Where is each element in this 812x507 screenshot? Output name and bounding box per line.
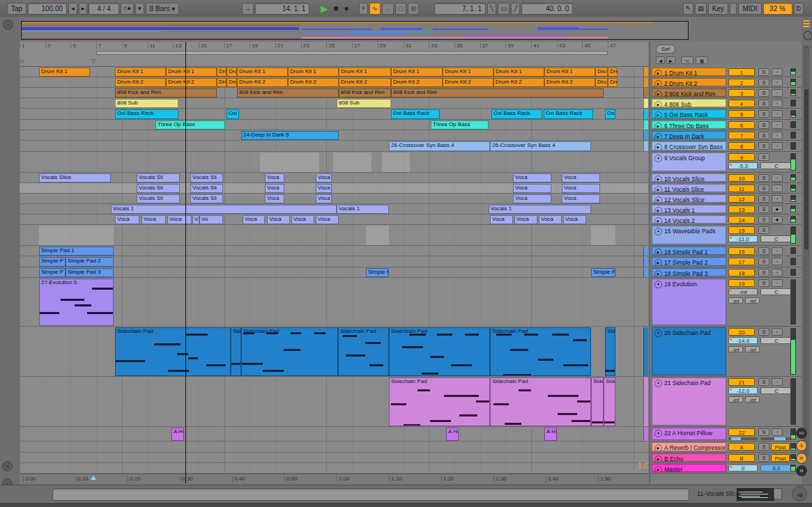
clip[interactable]: Voca — [316, 184, 332, 193]
clip[interactable]: Simple Pa — [366, 268, 389, 277]
tempo-field[interactable]: 100.00 — [28, 3, 67, 15]
clip-ghost[interactable] — [382, 153, 410, 172]
track-number-box[interactable]: 9 — [728, 153, 755, 161]
set-button[interactable]: Set — [656, 45, 675, 54]
clip[interactable]: Drum Kit 2 — [443, 78, 493, 87]
volume-box[interactable]: -11.0 — [728, 235, 758, 242]
next-marker-button[interactable]: ▶ — [666, 56, 675, 64]
pre-post-toggle[interactable]: Post — [771, 443, 790, 451]
lane-B[interactable] — [20, 453, 648, 463]
track-play-icon[interactable]: ▶ — [654, 80, 662, 86]
solo-button[interactable]: S — [758, 216, 769, 224]
track-header-17[interactable]: ▶17 Simple Pad 217S◦ — [650, 256, 802, 267]
clip[interactable]: Drum Kit 2 — [115, 78, 166, 87]
track-name-cell[interactable]: ▶18 Simple Pad 3 — [652, 268, 726, 276]
stop-button[interactable]: ■ — [330, 3, 341, 13]
arm-button[interactable]: ◦ — [772, 195, 783, 203]
fold-arrow-icon[interactable]: ▼ — [654, 281, 662, 288]
track-name-cell[interactable]: ▶14 Vocals 2 — [652, 215, 726, 224]
pan-box[interactable]: C — [760, 337, 792, 344]
fold-arrow-icon[interactable]: ▼ — [654, 430, 662, 437]
arrangement-position-field[interactable]: 14. 1. 1 — [255, 3, 309, 15]
track-play-icon[interactable]: ▶ — [654, 196, 662, 203]
close-overview-button[interactable]: ◃ — [3, 20, 13, 30]
lane-16[interactable] — [20, 246, 648, 256]
track-header-11[interactable]: ▶11 Vocals Slice11S◦ — [650, 183, 802, 194]
track-number-box[interactable]: 6 — [728, 121, 755, 129]
fold-arrow-icon[interactable]: ▼ — [654, 329, 662, 337]
arm-button[interactable]: ◦ — [772, 269, 783, 276]
crossfade-slider-b[interactable] — [760, 437, 792, 440]
solo-button[interactable]: S — [758, 195, 769, 203]
clip[interactable]: Drum Kit 2 — [237, 78, 288, 87]
track-header-0[interactable]: ▶Master06.0 — [650, 463, 802, 474]
track-name-cell[interactable]: ▶16 Simple Pad 1 — [652, 247, 726, 255]
lane-11[interactable] — [20, 183, 648, 194]
clip[interactable]: A Ho — [446, 428, 459, 441]
track-number-box[interactable]: 21 — [728, 378, 755, 386]
track-play-icon[interactable]: ▶ — [654, 111, 662, 118]
solo-button[interactable]: S — [758, 185, 769, 192]
track-play-icon[interactable]: ▶ — [654, 91, 662, 97]
fold-arrow-icon[interactable]: ▼ — [654, 228, 662, 235]
track-number-box[interactable]: 1 — [728, 68, 755, 76]
arm-button[interactable]: ◦ — [772, 100, 783, 107]
track-header-22[interactable]: ▼22 A Hornet Pillow22S◦ — [650, 427, 802, 442]
clip[interactable]: Drum Kit 1 — [339, 68, 391, 77]
clip[interactable]: Oxi B — [227, 109, 239, 119]
solo-button[interactable]: S — [758, 454, 769, 462]
clip[interactable]: Oxi B — [605, 109, 615, 119]
loop-start-field[interactable]: 7. 1. 1 — [434, 3, 486, 15]
arm-button[interactable]: ◦ — [772, 110, 783, 118]
volume-box[interactable]: -inf — [728, 288, 758, 295]
clip[interactable]: Oxi Bass Rack — [115, 109, 178, 119]
clip[interactable]: Vocals Sli — [190, 184, 223, 193]
track-play-icon[interactable]: ▶ — [654, 249, 662, 255]
return-letter-box[interactable]: A — [728, 443, 755, 451]
key-map-button[interactable]: Key — [708, 3, 728, 15]
clip[interactable]: Sidechain Pad — [389, 377, 490, 426]
clip[interactable]: Drum Kit 1 — [166, 68, 217, 77]
master-volume-box[interactable]: 0 — [728, 465, 758, 471]
beat-time-ruler[interactable]: ▷ ▽ 135791113151719212325272931333537394… — [20, 42, 648, 67]
track-header-19[interactable]: ▼19 Evolution19S◦-infC-inf-inf — [650, 278, 802, 327]
track-header-3[interactable]: ▶3 808 Kick and Rim3S◦ — [650, 88, 802, 98]
track-header-5[interactable]: ▶5 Oxi Bass Rack5S◦ — [650, 109, 802, 120]
clip[interactable]: Voca — [539, 215, 562, 224]
track-play-icon[interactable]: ▶ — [654, 444, 662, 451]
loop-length-field[interactable]: 40. 0. 0 — [521, 3, 573, 15]
clip[interactable]: Voca — [316, 215, 339, 224]
clip[interactable]: Side — [604, 377, 615, 426]
pan-box[interactable]: C — [760, 235, 792, 242]
track-name-cell[interactable]: ▶5 Oxi Bass Rack — [652, 109, 726, 118]
sends-section-toggle[interactable]: S — [796, 440, 807, 451]
track-header-14[interactable]: ▶14 Vocals 214S● — [650, 214, 802, 225]
arm-button[interactable]: ◦ — [772, 328, 783, 336]
clip[interactable]: Three Op Bass — [155, 120, 225, 130]
clip[interactable]: Drum Kit 2 — [391, 78, 443, 87]
loop-switch[interactable]: ▭ — [498, 3, 510, 15]
clip[interactable]: Side — [591, 377, 604, 426]
lane-4[interactable] — [20, 98, 648, 109]
clip[interactable]: Voca — [265, 194, 284, 203]
track-play-icon[interactable]: ▶ — [654, 207, 662, 213]
metronome-dropdown-icon[interactable]: ▾ — [135, 3, 144, 15]
clip[interactable]: Sidechain Pad — [389, 327, 490, 376]
arm-button[interactable]: ◦ — [772, 79, 783, 86]
clip[interactable]: Vocals 1 — [489, 205, 591, 214]
clip[interactable]: Voca — [513, 173, 551, 182]
track-play-icon[interactable]: ▶ — [654, 143, 662, 150]
track-name-cell[interactable]: ▼9 Vocals Group — [652, 153, 726, 171]
clip[interactable]: Sidechain Pad — [338, 327, 389, 376]
arm-button[interactable]: ◦ — [772, 142, 783, 150]
track-number-box[interactable]: 14 — [728, 216, 755, 224]
track-number-box[interactable]: 18 — [728, 269, 755, 276]
clip[interactable]: Voca — [563, 215, 586, 224]
track-number-box[interactable]: 10 — [728, 174, 755, 182]
track-number-box[interactable]: 3 — [728, 89, 755, 97]
send-box[interactable]: -inf — [745, 297, 760, 304]
track-name-cell[interactable]: ▶1 Drum Kit 1 — [652, 68, 726, 76]
arm-button[interactable]: ● — [772, 205, 783, 213]
solo-button[interactable]: S — [758, 174, 769, 182]
clip[interactable]: A Ho — [544, 428, 557, 441]
